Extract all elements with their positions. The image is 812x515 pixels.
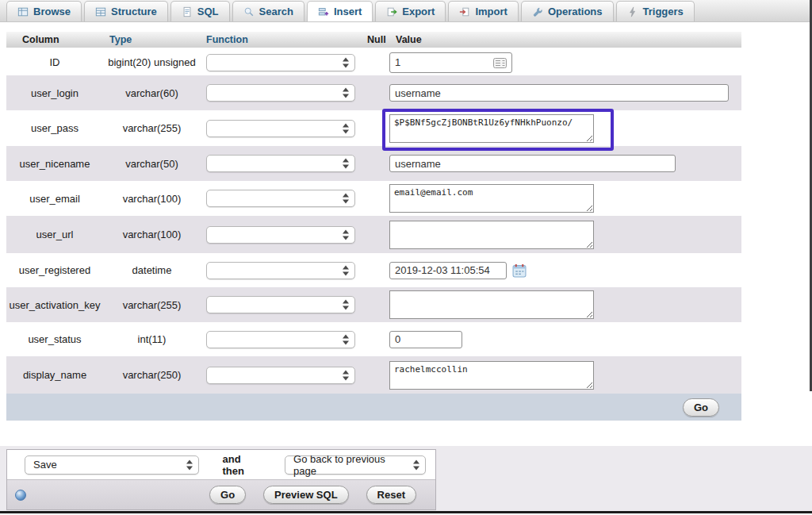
select-arrows-icon: [343, 57, 349, 67]
tab-sql[interactable]: SQL: [170, 1, 230, 21]
go-button[interactable]: Go: [209, 486, 246, 504]
preview-sql-button[interactable]: Preview SQL: [263, 486, 348, 504]
browse-foreign-values-icon[interactable]: [493, 57, 507, 71]
value-textarea-user-activation-key[interactable]: [389, 290, 594, 319]
column-type: varchar(255): [103, 299, 201, 311]
header-type: Type: [103, 34, 201, 45]
column-type: varchar(50): [103, 158, 201, 170]
insert-action-select[interactable]: Save: [25, 455, 199, 475]
value-textarea-display-name[interactable]: rachelmccollin: [389, 361, 594, 390]
select-arrows-icon: [343, 123, 349, 133]
tab-label: Operations: [548, 6, 603, 17]
column-name: user_nicename: [6, 158, 103, 170]
select-arrows-icon: [343, 334, 349, 344]
table-row-display-name: display_name varchar(250) rachelmccollin: [6, 356, 741, 394]
tab-label: Import: [475, 6, 507, 17]
table-row-user-pass: user_pass varchar(255) $P$BNf5gcZjBONBtR…: [6, 110, 741, 146]
value-input-user-registered[interactable]: [389, 262, 507, 279]
select-arrows-icon: [343, 300, 349, 310]
column-name: user_status: [6, 333, 103, 345]
function-select[interactable]: [206, 331, 355, 348]
column-name: user_registered: [6, 264, 103, 276]
table-footer: Go: [6, 394, 741, 421]
function-select[interactable]: [206, 190, 355, 207]
function-select[interactable]: [206, 296, 355, 313]
column-type: datetime: [103, 264, 201, 276]
table-row-id: ID bigint(20) unsigned: [6, 49, 741, 75]
column-type: bigint(20) unsigned: [103, 56, 201, 68]
export-icon: [386, 6, 397, 17]
table-row-user-status: user_status int(11): [6, 322, 741, 356]
calendar-icon[interactable]: [512, 263, 527, 278]
help-icon[interactable]: [15, 490, 26, 501]
actions-buttons-row: Go Preview SQL Reset: [7, 479, 435, 509]
column-type: varchar(60): [103, 87, 201, 99]
button-group: Go Preview SQL Reset: [209, 486, 416, 504]
after-insert-value: Go back to previous page: [293, 453, 408, 477]
tab-insert[interactable]: Insert: [307, 1, 373, 21]
select-arrows-icon: [343, 370, 349, 380]
function-select[interactable]: [206, 84, 355, 102]
tab-label: Triggers: [643, 6, 684, 17]
column-name: user_login: [6, 87, 103, 99]
column-type: varchar(100): [103, 229, 201, 240]
column-type: varchar(255): [103, 122, 201, 134]
after-insert-select[interactable]: Go back to previous page: [285, 455, 426, 475]
triggers-icon: [627, 6, 638, 17]
function-select[interactable]: [206, 226, 355, 244]
function-select[interactable]: [206, 367, 355, 384]
insert-form-table: Column Type Function Null Value ID bigin…: [6, 32, 741, 421]
tab-structure[interactable]: Structure: [84, 1, 168, 21]
select-arrows-icon: [343, 88, 349, 98]
column-name: user_url: [6, 229, 103, 240]
value-input-user-nicename[interactable]: [389, 155, 676, 172]
table-row-user-login: user_login varchar(60): [6, 75, 741, 110]
insert-go-button[interactable]: Go: [683, 398, 719, 417]
value-textarea-user-url[interactable]: [389, 221, 594, 249]
column-type: varchar(100): [103, 193, 201, 205]
tab-label: Structure: [111, 6, 157, 17]
table-rows: ID bigint(20) unsigned user_login varcha…: [6, 49, 741, 394]
table-row-user-activation-key: user_activation_key varchar(255): [6, 287, 741, 322]
column-name: display_name: [6, 369, 103, 381]
table-row-user-url: user_url varchar(100): [6, 216, 741, 253]
tab-triggers[interactable]: Triggers: [616, 1, 695, 21]
table-row-user-nicename: user_nicename varchar(50): [6, 146, 741, 181]
phpmyadmin-insert-page: Browse Structure SQL Search Insert Expor…: [0, 0, 812, 515]
function-select[interactable]: [206, 120, 355, 137]
select-arrows-icon: [186, 459, 193, 470]
column-name: user_pass: [6, 122, 103, 134]
sql-icon: [182, 6, 193, 17]
select-arrows-icon: [343, 194, 349, 204]
tab-bar: Browse Structure SQL Search Insert Expor…: [0, 0, 812, 22]
table-row-user-registered: user_registered datetime: [6, 253, 741, 287]
header-value: Value: [389, 34, 741, 45]
value-input-user-status[interactable]: [389, 331, 462, 348]
reset-button[interactable]: Reset: [366, 486, 416, 504]
tab-label: Export: [402, 6, 435, 17]
table-header-row: Column Type Function Null Value: [6, 32, 741, 48]
value-input-user-login[interactable]: [389, 84, 729, 102]
function-select[interactable]: [206, 54, 355, 71]
select-arrows-icon: [343, 159, 349, 169]
value-textarea-user-email[interactable]: email@email.com: [389, 184, 594, 213]
function-select[interactable]: [206, 262, 355, 279]
tab-browse[interactable]: Browse: [6, 1, 82, 21]
tab-import[interactable]: Import: [448, 1, 518, 21]
tab-label: Browse: [33, 6, 71, 17]
tab-export[interactable]: Export: [375, 1, 446, 21]
column-name: user_email: [6, 193, 103, 205]
column-type: varchar(250): [103, 369, 201, 381]
search-icon: [243, 6, 255, 17]
value-textarea-user-pass[interactable]: $P$BNf5gcZjBONBtR1Uz6yfNHkhPuonzo/: [389, 114, 594, 143]
tab-search[interactable]: Search: [232, 1, 304, 21]
import-icon: [459, 6, 470, 17]
and-then-label: and then: [223, 453, 265, 477]
window-bottom-edge: [0, 511, 812, 513]
table-row-user-email: user_email varchar(100) email@email.com: [6, 181, 741, 216]
function-select[interactable]: [206, 155, 355, 172]
column-name: ID: [6, 56, 103, 68]
column-name: user_activation_key: [6, 299, 103, 311]
header-function: Function: [201, 34, 362, 45]
tab-operations[interactable]: Operations: [521, 1, 614, 21]
